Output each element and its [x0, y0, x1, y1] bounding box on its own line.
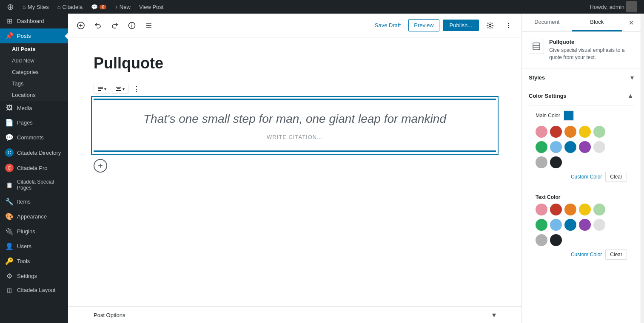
text-color-swatch-light-gray[interactable]: [593, 219, 605, 231]
add-block-button[interactable]: +: [94, 159, 107, 173]
tab-document[interactable]: Document: [522, 14, 572, 31]
sidebar-submenu-tags[interactable]: Tags: [0, 78, 68, 89]
wp-logo-icon: ⊕: [7, 2, 14, 12]
post-options-label: Post Options: [94, 312, 125, 318]
sidebar-item-posts[interactable]: 📌 Posts: [0, 28, 68, 43]
user-avatar: [626, 1, 637, 12]
sidebar-item-citadela-special[interactable]: 📋 Citadela Special Pages: [0, 176, 68, 194]
publish-button[interactable]: Publish...: [443, 20, 479, 31]
block-toolbar: ▾ ▾ ⋮: [94, 82, 496, 95]
svg-rect-16: [117, 88, 120, 89]
sidebar-submenu-add-new[interactable]: Add New: [0, 55, 68, 66]
sidebar-submenu-all-posts[interactable]: All Posts: [0, 43, 68, 55]
text-color-swatch-purple[interactable]: [579, 219, 591, 231]
color-settings-header[interactable]: Color Settings ▲: [529, 87, 634, 105]
admin-bar-comments[interactable]: 💬 0: [88, 0, 110, 14]
editor-content: Pullquote ▾ ▾ ⋮ That's one small step fo…: [68, 37, 521, 306]
main-color-swatch-blue-light[interactable]: [550, 141, 562, 153]
tab-block[interactable]: Block: [572, 14, 622, 31]
text-clear-button[interactable]: Clear: [605, 249, 627, 260]
sidebar-item-pages[interactable]: 📄 Pages: [0, 115, 68, 130]
main-color-swatch-green[interactable]: [536, 141, 547, 153]
main-color-swatch-orange[interactable]: [564, 126, 576, 138]
text-custom-color-link[interactable]: Custom Color: [571, 252, 602, 258]
text-color-swatch-yellow[interactable]: [579, 204, 591, 215]
main-color-swatch-gray[interactable]: [536, 156, 547, 168]
save-draft-button[interactable]: Save Draft: [370, 20, 405, 31]
pullquote-citation[interactable]: WRITE CITATION...: [107, 134, 482, 140]
block-more-options-button[interactable]: ⋮: [130, 82, 143, 95]
sidebar-submenu-categories[interactable]: Categories: [0, 66, 68, 78]
text-color-swatches-row1: [536, 204, 627, 215]
panel-close-button[interactable]: ×: [624, 15, 639, 30]
admin-bar-my-sites[interactable]: ⌂ My Sites: [19, 0, 52, 14]
sidebar-submenu-locations[interactable]: Locations: [0, 89, 68, 101]
text-color-swatch-green[interactable]: [536, 219, 547, 231]
main-color-swatch-yellow[interactable]: [579, 126, 591, 138]
text-color-swatch-gray[interactable]: [536, 234, 547, 246]
sidebar-item-citadela-layout[interactable]: ◫ Citadela Layout: [0, 283, 68, 297]
pullquote-block[interactable]: That's one small step for man, one giant…: [94, 99, 496, 152]
info-button[interactable]: [124, 18, 140, 33]
sidebar-item-comments[interactable]: 💬 Comments: [0, 130, 68, 145]
text-color-swatch-pink[interactable]: [536, 204, 547, 215]
main-color-swatch-green-light[interactable]: [593, 126, 605, 138]
admin-bar-view-post[interactable]: View Post: [136, 0, 167, 14]
block-info-icon: [529, 39, 544, 54]
svg-point-10: [508, 25, 509, 26]
main-color-swatch-black[interactable]: [550, 156, 562, 168]
preview-button[interactable]: Preview: [408, 19, 439, 31]
block-text-align-button[interactable]: ▾: [112, 84, 128, 94]
more-options-button[interactable]: [501, 18, 516, 33]
main-custom-color-link[interactable]: Custom Color: [571, 174, 602, 180]
sidebar-item-citadela-directory[interactable]: C Citadela Directory: [0, 145, 68, 160]
main-color-swatch-pink[interactable]: [536, 126, 547, 138]
admin-bar-new[interactable]: + New: [111, 0, 134, 14]
color-settings-content: Main Color: [529, 105, 634, 272]
sidebar-item-citadela-pro[interactable]: C Citadela Pro: [0, 160, 68, 176]
sidebar-item-media[interactable]: 🖼 Media: [0, 101, 68, 115]
text-color-swatch-red[interactable]: [550, 204, 562, 215]
sidebar-item-appearance[interactable]: 🎨 Appearance: [0, 209, 68, 224]
undo-button[interactable]: [90, 18, 105, 33]
main-color-swatch-blue-selected[interactable]: [564, 141, 576, 153]
main-color-swatch-red[interactable]: [550, 126, 562, 138]
add-block-toolbar-button[interactable]: [73, 18, 88, 33]
color-divider: [536, 189, 627, 189]
text-color-swatch-green-light[interactable]: [593, 204, 605, 215]
styles-section: Styles ▾: [522, 68, 641, 87]
main-color-swatch-purple[interactable]: [579, 141, 591, 153]
redo-button[interactable]: [107, 18, 123, 33]
styles-chevron: ▾: [630, 74, 634, 82]
admin-bar-wp-logo[interactable]: ⊕: [3, 0, 17, 14]
main-color-swatches-row3: [536, 156, 627, 168]
sidebar-item-users[interactable]: 👤 Users: [0, 239, 68, 254]
admin-bar-howdy[interactable]: Howdy, admin: [587, 0, 641, 14]
svg-point-9: [508, 23, 509, 23]
sidebar-item-dashboard[interactable]: ⊞ Dashboard: [0, 14, 68, 28]
text-color-swatch-orange[interactable]: [564, 204, 576, 215]
styles-section-header[interactable]: Styles ▾: [529, 68, 634, 87]
main-clear-button[interactable]: Clear: [605, 172, 627, 182]
sidebar-item-plugins[interactable]: 🔌 Plugins: [0, 224, 68, 239]
block-name: Pullquote: [549, 39, 634, 45]
pages-icon: 📄: [5, 119, 14, 127]
pullquote-text[interactable]: That's one small step for man, one giant…: [107, 110, 482, 127]
comment-icon: 💬: [91, 4, 98, 10]
settings-gear-button[interactable]: [482, 18, 498, 33]
svg-rect-17: [116, 90, 121, 91]
sidebar-item-items[interactable]: 🔧 Items: [0, 194, 68, 209]
admin-bar-site[interactable]: ⌂ Citadela: [54, 0, 86, 14]
text-color-swatch-blue[interactable]: [564, 219, 576, 231]
sidebar-item-tools[interactable]: 🔑 Tools: [0, 254, 68, 269]
post-options-bar[interactable]: Post Options ▾: [68, 306, 521, 323]
block-align-button[interactable]: ▾: [94, 84, 110, 94]
sidebar-item-settings[interactable]: ⚙ Settings: [0, 269, 68, 283]
text-color-swatch-blue-light[interactable]: [550, 219, 562, 231]
block-info: Pullquote Give special visual emphasis t…: [522, 32, 641, 68]
color-settings-chevron: ▲: [627, 92, 634, 100]
list-view-button[interactable]: [141, 18, 157, 33]
post-title[interactable]: Pullquote: [94, 54, 496, 72]
text-color-swatch-black[interactable]: [550, 234, 562, 246]
main-color-swatch-light-gray[interactable]: [593, 141, 605, 153]
